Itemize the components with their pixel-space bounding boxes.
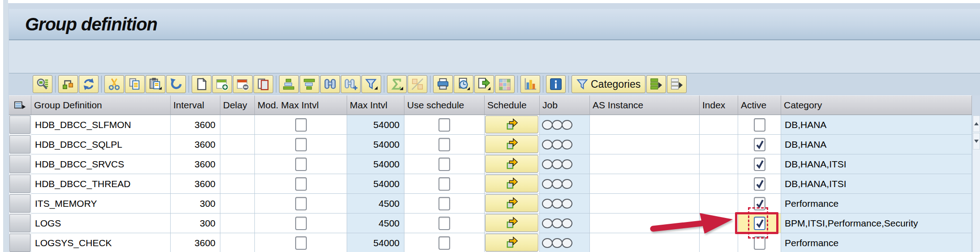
use-schedule-checkbox[interactable] bbox=[438, 118, 450, 132]
interval-cell[interactable]: 3600 bbox=[171, 115, 220, 135]
schedule-button[interactable] bbox=[485, 175, 538, 192]
row-selector-button[interactable] bbox=[9, 155, 30, 173]
group-name-cell[interactable]: HDB_DBCC_SQLPL bbox=[31, 135, 171, 154]
cut-button[interactable] bbox=[104, 75, 124, 93]
mod-max-intvl-checkbox[interactable] bbox=[295, 177, 307, 191]
delay-cell[interactable] bbox=[220, 233, 255, 252]
delay-cell[interactable] bbox=[220, 214, 255, 233]
row-selector-button[interactable] bbox=[9, 194, 30, 213]
delete-row-button[interactable] bbox=[233, 75, 253, 93]
column-header-use-schedule[interactable]: Use schedule bbox=[404, 95, 485, 115]
schedule-button[interactable] bbox=[485, 194, 538, 212]
job-cell[interactable] bbox=[540, 154, 590, 174]
delay-cell[interactable] bbox=[220, 115, 255, 135]
create-entry-button[interactable] bbox=[192, 75, 211, 93]
select-all-header[interactable] bbox=[9, 95, 31, 115]
job-cell[interactable] bbox=[540, 233, 590, 252]
mod-max-intvl-checkbox[interactable] bbox=[295, 236, 307, 250]
copy-as-button[interactable] bbox=[254, 75, 273, 93]
assign-button[interactable] bbox=[58, 75, 78, 93]
use-schedule-checkbox[interactable] bbox=[438, 158, 450, 171]
mod-max-intvl-checkbox[interactable] bbox=[295, 118, 307, 132]
group-name-cell[interactable]: HDB_DBCC_THREAD bbox=[31, 174, 171, 194]
job-cell[interactable] bbox=[540, 174, 590, 194]
active-checkbox[interactable] bbox=[754, 118, 765, 132]
choose-detail-button[interactable] bbox=[33, 75, 52, 93]
row-selector-button[interactable] bbox=[9, 135, 30, 154]
interval-cell[interactable]: 300 bbox=[171, 194, 220, 214]
column-header-delay[interactable]: Delay bbox=[220, 95, 255, 115]
active-checkbox[interactable] bbox=[754, 177, 765, 191]
paste-button[interactable] bbox=[146, 75, 165, 93]
mod-max-intvl-checkbox[interactable] bbox=[295, 197, 307, 210]
index-cell[interactable] bbox=[700, 154, 738, 174]
active-checkbox[interactable] bbox=[754, 158, 765, 171]
column-header-job[interactable]: Job bbox=[540, 95, 590, 115]
column-header-index[interactable]: Index bbox=[700, 95, 738, 115]
group-name-cell[interactable]: LOGSYS_CHECK bbox=[31, 233, 171, 252]
row-selector-button[interactable] bbox=[9, 115, 30, 134]
scroll-up-button[interactable] bbox=[973, 115, 980, 132]
info-button[interactable] bbox=[546, 75, 566, 93]
sort-descending-button[interactable] bbox=[300, 75, 319, 93]
index-cell[interactable] bbox=[700, 135, 738, 154]
use-schedule-checkbox[interactable] bbox=[438, 217, 450, 230]
row-selector-button[interactable] bbox=[9, 175, 30, 193]
subtotal-button[interactable] bbox=[408, 75, 427, 93]
schedule-button[interactable] bbox=[485, 214, 538, 232]
column-header-mod-max-intvl[interactable]: Mod. Max Intvl bbox=[255, 95, 347, 115]
copy-button[interactable] bbox=[125, 75, 145, 93]
apply-green-button[interactable] bbox=[646, 75, 666, 93]
graphic-button[interactable] bbox=[520, 75, 540, 93]
use-schedule-checkbox[interactable] bbox=[438, 177, 450, 191]
sum-button[interactable] bbox=[387, 75, 407, 93]
choose-layout-button[interactable] bbox=[495, 75, 515, 93]
refresh-button[interactable] bbox=[79, 75, 99, 93]
column-header-category[interactable]: Category bbox=[781, 95, 972, 115]
mod-max-intvl-checkbox[interactable] bbox=[295, 158, 307, 171]
print-preview-button[interactable] bbox=[454, 75, 473, 93]
row-selector-button[interactable] bbox=[9, 214, 30, 232]
interval-cell[interactable]: 3600 bbox=[171, 154, 220, 174]
delay-cell[interactable] bbox=[220, 135, 255, 154]
sort-ascending-button[interactable] bbox=[279, 75, 299, 93]
mod-max-intvl-checkbox[interactable] bbox=[295, 138, 307, 151]
categories-button[interactable]: Categories bbox=[572, 75, 645, 93]
apply-white-button[interactable] bbox=[667, 75, 687, 93]
column-header-max-intvl[interactable]: Max Intvl bbox=[347, 95, 404, 115]
interval-cell[interactable]: 3600 bbox=[171, 135, 220, 154]
use-schedule-checkbox[interactable] bbox=[438, 236, 450, 250]
find-next-button[interactable] bbox=[341, 75, 361, 93]
schedule-button[interactable] bbox=[485, 115, 538, 133]
active-checkbox[interactable] bbox=[754, 138, 765, 151]
column-header-group-definition[interactable]: Group Definition bbox=[31, 95, 171, 115]
delay-cell[interactable] bbox=[220, 174, 255, 194]
index-cell[interactable] bbox=[700, 174, 738, 194]
column-header-schedule[interactable]: Schedule bbox=[485, 95, 540, 115]
as-instance-cell[interactable] bbox=[590, 115, 700, 135]
use-schedule-checkbox[interactable] bbox=[438, 197, 450, 210]
mod-max-intvl-checkbox[interactable] bbox=[295, 217, 307, 230]
row-selector-button[interactable] bbox=[9, 234, 30, 252]
interval-cell[interactable]: 3600 bbox=[171, 174, 220, 194]
job-cell[interactable] bbox=[540, 194, 590, 214]
column-header-active[interactable]: Active bbox=[738, 95, 781, 115]
print-button[interactable] bbox=[433, 75, 453, 93]
column-header-as-instance[interactable]: AS Instance bbox=[590, 95, 700, 115]
group-name-cell[interactable]: HDB_DBCC_SRVCS bbox=[31, 154, 171, 174]
job-cell[interactable] bbox=[540, 115, 590, 135]
delay-cell[interactable] bbox=[220, 194, 255, 214]
insert-row-button[interactable] bbox=[212, 75, 232, 93]
find-button[interactable] bbox=[320, 75, 340, 93]
interval-cell[interactable]: 3600 bbox=[171, 233, 220, 252]
scroll-down-button[interactable] bbox=[973, 133, 980, 149]
export-button[interactable] bbox=[474, 75, 494, 93]
delay-cell[interactable] bbox=[220, 154, 255, 174]
interval-cell[interactable]: 300 bbox=[171, 214, 220, 233]
schedule-button[interactable] bbox=[485, 155, 538, 173]
group-name-cell[interactable]: HDB_DBCC_SLFMON bbox=[31, 115, 171, 135]
group-name-cell[interactable]: ITS_MEMORY bbox=[31, 194, 171, 214]
column-header-interval[interactable]: Interval bbox=[171, 95, 220, 115]
filter-button[interactable] bbox=[361, 75, 381, 93]
index-cell[interactable] bbox=[700, 115, 738, 135]
